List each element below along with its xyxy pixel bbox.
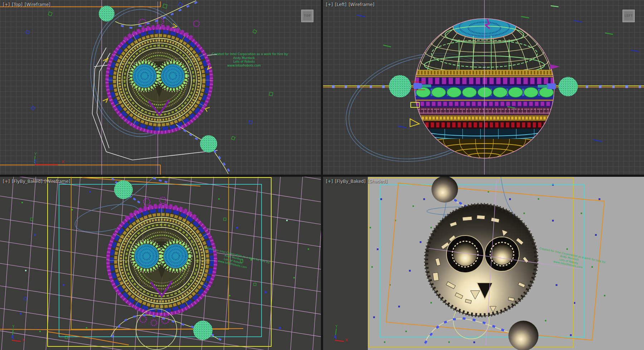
viewport-top[interactable]: [+] [Top] [Wireframe] TOP xyxy=(0,0,321,175)
left-viewport-scene xyxy=(323,0,644,175)
viewport-top-label[interactable]: [+] [Top] [Wireframe] xyxy=(3,2,50,7)
flyby-wireframe-scene xyxy=(0,177,321,350)
viewport-menu-view[interactable]: [FlyBy_Baked] xyxy=(335,179,365,184)
viewport-flyby-wireframe[interactable]: [+] [FlyBy_Baked] [Wireframe] xyxy=(0,177,321,350)
viewport-flyby-shaded[interactable]: [+] [FlyBy_Baked] [Shaded] xyxy=(323,177,644,350)
viewport-left-label[interactable]: [+] [Left] [Wireframe] xyxy=(326,2,374,7)
axis-y-label: Y xyxy=(34,152,37,156)
watermark-text: Created for Intel Corporation as a work … xyxy=(212,52,276,68)
viewcube-top[interactable]: TOP xyxy=(301,10,313,22)
axis-x-label: X xyxy=(345,338,348,342)
viewcube-left[interactable]: LEFT xyxy=(623,10,635,22)
viewport-menu-shading[interactable]: [Wireframe] xyxy=(45,179,70,184)
owl-eye-right xyxy=(485,237,519,271)
axis-x-label: X xyxy=(22,338,25,342)
viewport-menu-shading[interactable]: [Shaded] xyxy=(368,179,387,184)
axis-z-label: Z xyxy=(34,159,36,163)
top-viewport-scene xyxy=(0,0,321,175)
quad-viewport-app: [+] [Top] [Wireframe] TOP xyxy=(0,0,644,350)
viewport-menu-shading[interactable]: [Wireframe] xyxy=(348,2,374,7)
axis-tripod: Y Z X xyxy=(0,323,39,344)
axis-tripod: Y Z X xyxy=(323,323,362,344)
viewport-menu-view[interactable]: [Top] xyxy=(12,2,23,7)
viewport-menu-plus[interactable]: [+] xyxy=(3,2,10,7)
viewport-flyby-wire-label[interactable]: [+] [FlyBy_Baked] [Wireframe] xyxy=(3,179,70,184)
viewport-menu-plus[interactable]: [+] xyxy=(3,179,10,184)
axis-tripod: Y Z X xyxy=(22,151,69,169)
viewport-menu-view[interactable]: [Left] xyxy=(335,2,346,7)
viewport-flyby-shaded-label[interactable]: [+] [FlyBy_Baked] [Shaded] xyxy=(326,179,387,184)
viewport-menu-plus[interactable]: [+] xyxy=(326,2,333,7)
viewport-left[interactable]: [+] [Left] [Wireframe] LEFT xyxy=(323,0,644,175)
viewport-menu-shading[interactable]: [Wireframe] xyxy=(25,2,50,7)
axis-y-label: Y xyxy=(335,324,338,329)
viewport-menu-plus[interactable]: [+] xyxy=(326,179,333,184)
shaded-owl-model xyxy=(425,204,537,316)
axis-x-label: X xyxy=(62,160,64,164)
owl-eye-left xyxy=(447,235,484,273)
wireframe-owl-model xyxy=(107,205,217,316)
wireframe-owl-model xyxy=(106,26,213,134)
viewport-menu-view[interactable]: [FlyBy_Baked] xyxy=(12,179,42,184)
axis-y-label: Y xyxy=(12,324,15,329)
